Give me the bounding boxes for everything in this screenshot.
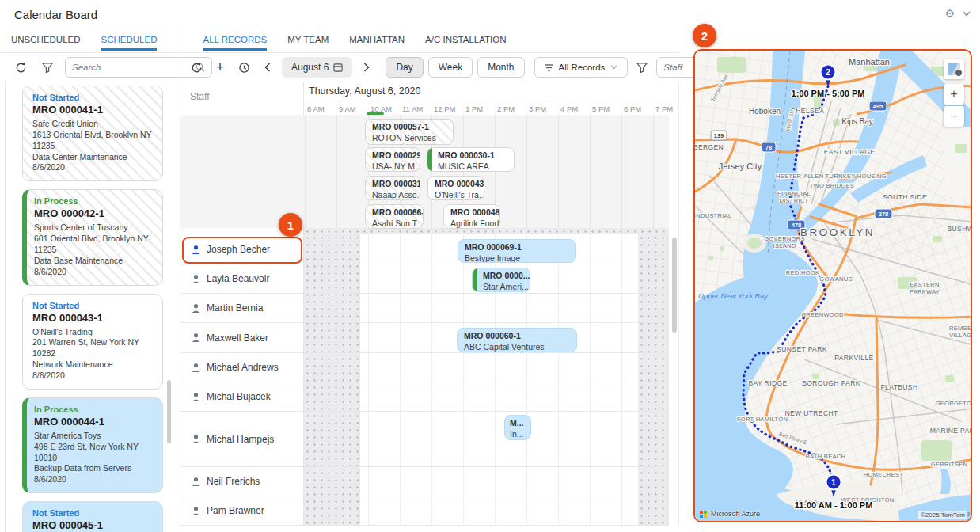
view-week-button[interactable]: Week: [428, 57, 473, 78]
route-map[interactable]: 139 78 495 478 278 Manhattan Kips Bay Ho…: [693, 49, 972, 522]
unassigned-event[interactable]: MRO 000043-1 O'Neill's Tra...: [427, 176, 484, 200]
work-order-card[interactable]: Not Started MRO 000041-1 Safe Credit Uni…: [22, 86, 163, 181]
staff-name: Neil Frerichs: [207, 476, 260, 487]
staff-row[interactable]: Pam Brawner: [180, 496, 669, 526]
client: Safe Credit Union: [32, 119, 154, 130]
person-icon: [191, 392, 201, 402]
work-order-card[interactable]: Not Started MRO 000043-1 O'Neill's Tradi…: [22, 294, 163, 390]
callout-badge-1: 1: [279, 213, 302, 237]
staff-name: Pam Brawner: [207, 505, 264, 516]
staff-name: Layla Beauvoir: [207, 273, 269, 284]
work-order-card[interactable]: In Process MRO 000044-1 Star America Toy…: [22, 397, 163, 493]
time-tick: 5 PM: [592, 104, 610, 113]
time-tick: 3 PM: [529, 104, 546, 113]
tab-manhattan[interactable]: MANHATTAN: [349, 32, 405, 51]
event-client: MUSIC AREA: [438, 162, 507, 172]
staff-row[interactable]: Neil Frerichs: [180, 467, 669, 496]
staff-column-header: Staff: [190, 91, 209, 102]
time-clock-icon[interactable]: [234, 58, 253, 77]
svg-text:BUSHWICK: BUSHWICK: [947, 225, 972, 233]
filter-icon[interactable]: [38, 58, 57, 77]
pin-2-time-label: 1:00 PM - 5:00 PM: [792, 89, 865, 98]
staff-row[interactable]: Layla Beauvoir: [180, 264, 669, 294]
unassigned-event[interactable]: MRO 000031-1 Naaap Asso...: [365, 176, 420, 200]
work-order-id: MRO 000044-1: [34, 416, 154, 428]
svg-text:CHELSEA: CHELSEA: [791, 107, 824, 115]
work-order-id: MRO 000042-1: [34, 207, 154, 219]
staff-name: Maxwell Baker: [207, 332, 268, 344]
address: 601 Oriental Blvd, Brooklyn NY 11235: [34, 234, 154, 256]
svg-text:BATH BEACH: BATH BEACH: [806, 453, 845, 460]
event-id: MRO 000029-1: [372, 150, 413, 162]
work-order-card[interactable]: Not Started MRO 000045-1 Vancouver Suppl…: [22, 501, 163, 532]
unassigned-event[interactable]: MRO 000030-1 MUSIC AREA: [427, 147, 515, 172]
left-scrollbar[interactable]: [167, 380, 171, 443]
event-client: USA- NY M...: [372, 162, 413, 172]
scheduler-scrollbar[interactable]: [672, 238, 677, 332]
tab-ac-installation[interactable]: A/C INSTALLATION: [425, 32, 506, 51]
svg-text:278: 278: [879, 211, 889, 218]
svg-text:2: 2: [826, 67, 830, 77]
work-order-card[interactable]: In Process MRO 000042-1 Sports Center of…: [22, 189, 163, 285]
map-zoom-out-button[interactable]: −: [944, 106, 964, 127]
staff-row[interactable]: Michael Andrews: [180, 353, 669, 382]
svg-text:RED HOOK: RED HOOK: [786, 269, 819, 276]
records-filter-dropdown[interactable]: All Records: [534, 57, 629, 78]
chevron-down-icon[interactable]: [963, 11, 971, 17]
view-day-button[interactable]: Day: [386, 57, 423, 78]
callout-badge-2: 2: [693, 24, 716, 48]
staff-row[interactable]: Joseph Becher: [180, 235, 669, 264]
person-icon: [191, 332, 201, 343]
svg-text:BOROUGH PARK: BOROUGH PARK: [802, 379, 860, 387]
chevron-left-icon[interactable]: [258, 58, 277, 77]
event-id: MRO 000057-1: [372, 122, 446, 133]
svg-text:HOMECREST: HOMECREST: [864, 471, 904, 478]
staff-row[interactable]: Michal Bujacek: [180, 382, 669, 412]
time-tick: 1 PM: [465, 104, 483, 113]
map-zoom-in-button[interactable]: +: [944, 84, 964, 104]
staff-row[interactable]: Michal Hampejs: [180, 412, 669, 467]
settings-gear-icon[interactable]: ⚙: [944, 8, 955, 19]
date: 8/6/2020: [34, 267, 154, 278]
address: 498 E 23rd St, New York NY 10010: [34, 442, 154, 464]
search-input[interactable]: [72, 63, 196, 72]
svg-text:495: 495: [873, 103, 883, 110]
refresh-icon[interactable]: [187, 58, 206, 77]
scheduler-toolbar: + August 6 Day Week Month All Records: [187, 55, 678, 79]
add-icon[interactable]: +: [211, 58, 230, 77]
map-style-button[interactable]: [944, 59, 964, 79]
status-badge: In Process: [34, 405, 154, 414]
refresh-icon[interactable]: [11, 58, 30, 77]
event-id: MRO 0000...: [483, 271, 523, 282]
unassigned-event[interactable]: MRO 000066-1 Asahi Sun T...: [365, 204, 424, 229]
tab-unscheduled[interactable]: UNSCHEDULED: [11, 32, 81, 51]
scheduled-event[interactable]: MRO 000060-1 ABC Capital Ventures: [457, 328, 577, 352]
unassigned-event[interactable]: MRO 000048-1 Agrilink Food: [443, 204, 500, 229]
staff-name: Michal Bujacek: [207, 391, 271, 402]
status-badge: Not Started: [32, 93, 154, 102]
time-tick: 12 PM: [434, 104, 455, 113]
tab-my-team[interactable]: MY TEAM: [287, 32, 329, 51]
scheduled-event[interactable]: M... In...: [504, 415, 531, 440]
view-month-button[interactable]: Month: [477, 57, 524, 78]
time-tick: 7 PM: [655, 104, 673, 113]
chevron-down-icon: [610, 65, 617, 70]
unassigned-event[interactable]: MRO 000057-1 ROTON Services: [365, 119, 454, 145]
unassigned-event[interactable]: MRO 000029-1 USA- NY M...: [365, 147, 420, 172]
staff-row[interactable]: Martin Bernia: [180, 294, 669, 323]
scheduled-event[interactable]: MRO 000069-1 Bestype Image: [458, 239, 576, 263]
page-title: Calendar Board: [14, 8, 97, 21]
svg-text:FINANCIAL: FINANCIAL: [777, 190, 811, 197]
tab-scheduled[interactable]: SCHEDULED: [101, 32, 158, 51]
staff-row[interactable]: Maxwell Baker: [180, 323, 669, 353]
svg-text:Manhattan: Manhattan: [849, 57, 890, 66]
service: Data Base Maintenance: [34, 256, 154, 267]
map-copyright: ©2025 TomTom: [918, 511, 967, 519]
tab-all-records[interactable]: ALL RECORDS: [203, 32, 267, 51]
staff-name: Martin Bernia: [207, 302, 263, 314]
staff-filter-icon[interactable]: [632, 58, 651, 77]
time-tick: 4 PM: [560, 104, 578, 113]
chevron-right-icon[interactable]: [357, 58, 376, 77]
scheduled-event[interactable]: MRO 0000... Star Ameri...: [472, 268, 530, 292]
date-picker-button[interactable]: August 6: [282, 57, 352, 78]
